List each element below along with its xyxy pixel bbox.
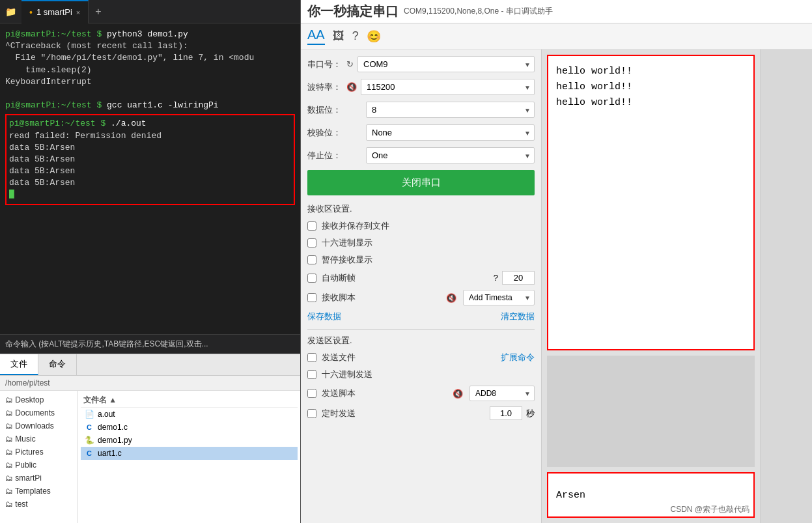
send-file-row: 发送文件 扩展命令 (307, 352, 535, 363)
expand-command-button[interactable]: 扩展命令 (501, 352, 535, 363)
terminal-line: pi@smartPi:~/test $ ./a.out (9, 118, 291, 130)
baud-select-wrapper: 115200 ▼ (361, 79, 535, 95)
script-icon: 🔇 (446, 293, 456, 303)
tab-files[interactable]: 文件 (0, 354, 38, 375)
send-script-checkbox[interactable] (307, 389, 316, 398)
port-select[interactable]: COM9 (357, 56, 535, 72)
auto-frame-label: 自动断帧 (322, 272, 356, 284)
receive-line-2: hello world!! (556, 79, 746, 95)
file-list: 文件名 ▲ 📄 a.out C demo1.c 🐍 demo1.py (78, 391, 300, 523)
send-value: Arsen (556, 490, 585, 501)
tree-item-documents[interactable]: 🗂 Documents (0, 406, 77, 419)
port-row: 串口号： ↻ COM9 ▼ (307, 56, 535, 72)
display-area: hello world!! hello world!! hello world!… (542, 49, 760, 523)
tree-item-templates[interactable]: 🗂 Templates (0, 485, 77, 498)
file-row-demo1c[interactable]: C demo1.c (81, 421, 298, 434)
stopbits-row: 停止位： One ▼ (307, 147, 535, 163)
auto-frame-help: ? (494, 273, 498, 283)
brand-logo: 你⼀秒搞定串口 (307, 3, 399, 20)
receive-action-row: 保存数据 清空数据 (307, 311, 535, 322)
refresh-icon[interactable]: ↻ (346, 59, 354, 69)
hex-display-label: 十六进制显示 (322, 237, 372, 249)
port-label: 串口号： (307, 59, 346, 70)
help-icon[interactable]: ? (352, 29, 359, 43)
terminal-line: data 5B:Arsen (9, 154, 291, 165)
pause-receive-label: 暂停接收显示 (322, 254, 372, 266)
file-manager-tabs: 文件 命令 (0, 354, 300, 376)
tree-item-public[interactable]: 🗂 Public (0, 459, 77, 472)
close-port-button[interactable]: 关闭串口 (307, 170, 535, 195)
script-select-wrapper: Add Timesta ▼ (463, 290, 535, 305)
new-tab-button[interactable]: + (89, 6, 107, 18)
tree-item-smartpi[interactable]: 🗂 smartPi (0, 472, 77, 485)
hex-send-checkbox[interactable] (307, 370, 316, 379)
receive-script-row: 接收脚本 🔇 Add Timesta ▼ (307, 290, 535, 305)
serial-tool-panel: 你⼀秒搞定串口 COM9,115200,None,8,One - 串口调试助手 … (301, 0, 812, 523)
font-icon[interactable]: AA (307, 27, 325, 45)
control-panel: 串口号： ↻ COM9 ▼ 波特率： 🔇 115200 (301, 49, 542, 523)
receive-script-checkbox[interactable] (307, 293, 316, 302)
save-to-file-checkbox[interactable] (307, 221, 316, 231)
databits-label: 数据位： (307, 104, 346, 116)
terminal-output: pi@smartPi:~/test $ python3 demo1.py ^CT… (0, 23, 300, 334)
image-icon[interactable]: 🖼 (333, 29, 344, 43)
send-script-extra: 🔇 ADD8 ▼ (453, 386, 535, 401)
send-script-row: 发送脚本 🔇 ADD8 ▼ (307, 386, 535, 401)
timed-send-label: 定时发送 (322, 408, 356, 419)
file-row-aout[interactable]: 📄 a.out (81, 408, 298, 421)
terminal-red-box: pi@smartPi:~/test $ ./a.out read failed:… (5, 114, 295, 205)
tab-smartpi[interactable]: • 1 smartPi × (21, 0, 89, 23)
tab-bar: 📁 • 1 smartPi × + (0, 0, 300, 23)
tab-commands[interactable]: 命令 (38, 354, 77, 375)
databits-row: 数据位： 8 ▼ (307, 102, 535, 118)
receive-settings: 接收区设置. 接收并保存到文件 十六进制显示 暂停接收显示 (307, 203, 535, 322)
folder-tree: 🗂 Desktop 🗂 Documents 🗂 Downloads 🗂 Musi… (0, 391, 78, 523)
tree-item-downloads[interactable]: 🗂 Downloads (0, 419, 77, 432)
emoji-icon[interactable]: 😊 (367, 29, 381, 44)
command-input-bar: 命令输入 (按ALT键提示历史,TAB键路径,ESC键返回,双击... (0, 334, 300, 354)
file-row-uart1c[interactable]: C uart1.c (81, 447, 298, 460)
tree-item-test[interactable]: 🗂 test (0, 498, 77, 511)
file-name-uart1c: uart1.c (98, 449, 122, 458)
send-script-label: 发送脚本 (322, 388, 356, 399)
terminal-line: KeyboardInterrupt (5, 76, 295, 88)
auto-frame-checkbox[interactable] (307, 274, 316, 283)
pause-receive-checkbox[interactable] (307, 255, 316, 264)
parity-row: 校验位： None ▼ (307, 124, 535, 141)
hex-send-label: 十六进制发送 (322, 369, 372, 380)
tree-item-music[interactable]: 🗂 Music (0, 432, 77, 445)
file-content: 🗂 Desktop 🗂 Documents 🗂 Downloads 🗂 Musi… (0, 391, 300, 523)
tab-close-button[interactable]: × (76, 8, 80, 16)
tree-item-pictures[interactable]: 🗂 Pictures (0, 445, 77, 459)
auto-frame-value[interactable] (502, 271, 535, 285)
baud-label: 波特率： (307, 81, 346, 93)
timed-send-checkbox[interactable] (307, 409, 316, 418)
command-hint: 命令输入 (按ALT键提示历史,TAB键路径,ESC键返回,双击... (5, 339, 208, 348)
file-name-demo1c: demo1.c (98, 423, 128, 432)
baud-select[interactable]: 115200 (361, 79, 535, 95)
tree-item-desktop[interactable]: 🗂 Desktop (0, 393, 77, 406)
auto-frame-row: 自动断帧 ? (307, 271, 535, 285)
mic-off-icon: 🔇 (346, 82, 357, 92)
timed-send-extra: 秒 (490, 406, 535, 420)
hex-display-checkbox[interactable] (307, 238, 316, 247)
terminal-line: data 5B:Arsen (9, 142, 291, 154)
script-select[interactable]: Add Timesta (463, 290, 535, 305)
receive-script-extra: 🔇 Add Timesta ▼ (446, 290, 535, 305)
stopbits-label: 停止位： (307, 150, 346, 162)
parity-select-wrapper: None ▼ (366, 124, 535, 141)
parity-select[interactable]: None (366, 124, 535, 141)
save-to-file-row: 接收并保存到文件 (307, 220, 535, 232)
stopbits-select[interactable]: One (366, 147, 535, 163)
clear-data-button[interactable]: 清空数据 (501, 311, 535, 322)
file-row-demo1py[interactable]: 🐍 demo1.py (81, 434, 298, 447)
databits-select-wrapper: 8 ▼ (366, 102, 535, 118)
timed-send-value[interactable] (490, 406, 522, 420)
receive-line-3: hello world!! (556, 95, 746, 111)
stopbits-select-wrapper: One ▼ (366, 147, 535, 163)
save-data-button[interactable]: 保存数据 (307, 311, 341, 322)
send-script-select[interactable]: ADD8 (469, 386, 535, 401)
databits-select[interactable]: 8 (366, 102, 535, 118)
send-file-checkbox[interactable] (307, 353, 316, 362)
receive-script-label: 接收脚本 (322, 292, 356, 304)
